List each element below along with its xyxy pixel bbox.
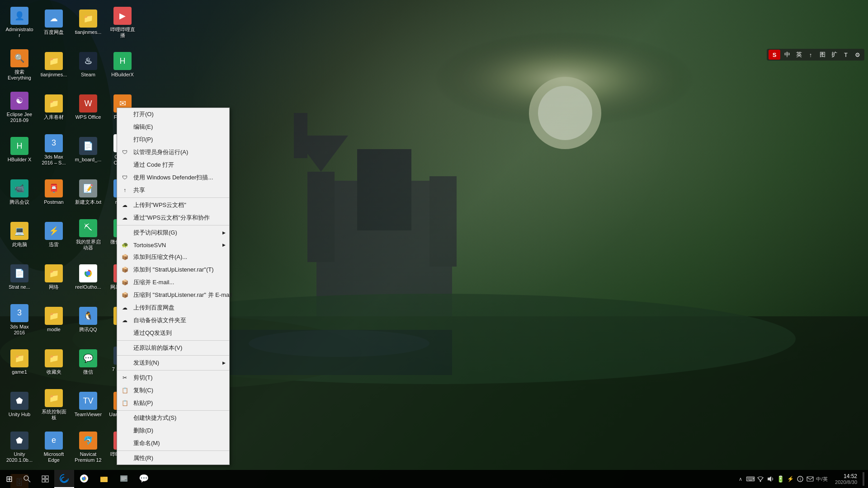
ctx-item-paste[interactable]: 📋粘贴(P) [117,397,229,409]
ctx-item-compress-email2[interactable]: 📦压缩到 "StratUpListener.rar" 并 E-mail [117,289,229,301]
taskbar-search-button[interactable] [18,470,36,488]
desktop-icon-modle[interactable]: 📁modle [38,301,70,339]
taskbar-app-wechat[interactable]: 💬 [134,470,154,488]
ctx-label-tortoisesvn: TortoiseSVN [133,242,166,249]
desktop-icon-myworld[interactable]: ⛏我的世界启动器 [72,216,104,254]
desktop-icon-baidu-maps[interactable]: ☁百度网盘 [38,4,70,42]
ctx-item-run-as-admin[interactable]: 🛡以管理员身份运行(A) [117,146,229,159]
desktop-icon-shoudian[interactable]: 📁收藏夹 [38,343,70,381]
ctx-item-upload-baidu[interactable]: ☁上传到百度网盘 [117,301,229,314]
ctx-item-compress-email[interactable]: 📦压缩并 E-mail... [117,276,229,289]
ctx-item-cut[interactable]: ✂剪切(T) [117,371,229,384]
ctx-item-edit[interactable]: 编辑(E) [117,121,229,133]
ctx-item-auto-backup[interactable]: ☁自动备份该文件夹至 [117,314,229,327]
desktop-icon-ms-edge[interactable]: eMicrosoft Edge [38,428,70,466]
ctx-separator-sep6 [117,410,229,411]
desktop-icon-local-disk[interactable]: 💻此电脑 [4,216,35,254]
svg-point-22 [24,476,28,480]
desktop-icon-hbuilder-x[interactable]: HHBuilder X [4,131,35,169]
sougou-item-4[interactable]: 扩 [829,50,839,60]
desktop-icon-teamviewer[interactable]: TVTeamViewer [72,386,104,424]
ctx-item-rename[interactable]: 重命名(M) [117,437,229,450]
ctx-item-open[interactable]: 打开(O) [117,108,229,121]
tray-language[interactable]: 中/英 [816,474,828,483]
desktop-icon-hbuilderx[interactable]: HHBuilderX [107,46,138,84]
ctx-icon-cut: ✂ [121,374,129,382]
sougou-item-0[interactable]: 中 [782,50,792,60]
desktop-icon-administrator[interactable]: 👤Administrator [4,4,35,42]
desktop-icon-strat-ne[interactable]: 📄Strat ne... [4,258,35,296]
svg-rect-24 [42,476,45,479]
desktop-icon-new-text[interactable]: 📝新建文本.txt [72,174,104,211]
desktop-icon-reeloutho[interactable]: reelOutho... [72,258,104,296]
ctx-item-copy[interactable]: 📋复制(C) [117,384,229,397]
desktop-icon-everything[interactable]: 🔍搜索Everything [4,46,35,84]
desktop-icon-archive[interactable]: 📁入库卷材 [38,89,70,127]
desktop-icon-live-direct[interactable]: ▶哔哩哔哩直播 [107,4,138,42]
ctx-item-create-shortcut[interactable]: 创建快捷方式(S) [117,412,229,424]
desktop-icon-wechat[interactable]: 💬微信 [72,343,104,381]
tray-battery[interactable]: 🔋 [776,474,785,483]
ctx-item-send-to[interactable]: 发送到(N) [117,357,229,369]
ctx-label-send-to: 发送到(N) [133,359,159,367]
ctx-item-share[interactable]: ↑共享 [117,184,229,197]
svg-point-2 [538,86,592,140]
desktop-icon-3dsmax2016[interactable]: 33ds Max 2016 [4,301,35,339]
taskbar-app-explorer[interactable] [94,470,114,488]
ctx-item-open-with-code[interactable]: 通过 Code 打开 [117,159,229,171]
ctx-item-print[interactable]: 打印(P) [117,133,229,146]
ctx-item-upload-wps-cloud[interactable]: ☁上传到"WPS云文档" [117,199,229,211]
ctx-item-grant-access[interactable]: 授予访问权限(G) [117,226,229,239]
desktop-icon-qqq[interactable]: 🐧腾讯QQ [72,301,104,339]
desktop-icon-3dsmax2016s[interactable]: 33ds Max 2016 – S... [38,131,70,169]
ctx-item-properties[interactable]: 属性(R) [117,452,229,465]
sougou-item-3[interactable]: 图 [817,50,827,60]
ctx-item-tortoisesvn[interactable]: 🐢TortoiseSVN [117,239,229,251]
tray-show-hidden[interactable]: ∧ [736,474,745,483]
taskbar-app-files[interactable] [114,470,134,488]
ctx-item-send-qq[interactable]: 通过QQ发送到 [117,327,229,339]
desktop-icon-unity-hub[interactable]: ⬟Unity Hub [4,386,35,424]
tray-network[interactable] [756,474,765,483]
ctx-item-add-compress[interactable]: 📦添加到压缩文件(A)... [117,251,229,263]
taskbar-app-edge[interactable] [54,470,74,488]
desktop-icon-steam[interactable]: ♨Steam [72,46,104,84]
desktop-icon-network[interactable]: 📁网络 [38,258,70,296]
desktop-icon-wps[interactable]: WWPS Office [72,89,104,127]
tray-msg[interactable] [806,474,815,483]
system-clock[interactable]: 14:52 2020/8/30 [829,470,861,488]
desktop-icon-postman[interactable]: 📮Postman [38,174,70,211]
sougou-item-2[interactable]: ↑ [806,50,816,60]
sougou-item-5[interactable]: T [841,50,851,60]
sougou-logo[interactable]: S [769,50,780,60]
show-desktop-button[interactable] [863,472,864,486]
sougou-item-1[interactable]: 英 [794,50,804,60]
tray-bluetooth[interactable]: ⚡ [786,474,795,483]
ctx-label-delete: 删除(D) [133,427,153,435]
desktop-icon-maps[interactable]: ⚡迅雷 [38,216,70,254]
desktop-icon-navigcat[interactable]: 🐬Navicat Premium 12 [72,428,104,466]
tray-volume[interactable] [766,474,775,483]
ctx-item-restore[interactable]: 还原以前的版本(V) [117,342,229,354]
desktop-icons: 👤Administrator☁百度网盘📁tianjinmes...▶哔哩哔哩直播… [0,0,136,470]
svg-marker-36 [768,476,771,482]
tray-keyboard[interactable]: ⌨ [746,474,755,483]
ctx-item-add-rar-t[interactable]: 📦添加到 "StratUpListener.rar"(T) [117,263,229,276]
ctx-item-share-wps-cloud[interactable]: ☁通过"WPS云文档"分享和协作 [117,211,229,224]
ctx-item-defender-scan[interactable]: 🛡使用 Windows Defender扫描... [117,171,229,184]
start-button[interactable]: ⊞ [0,470,18,488]
ctx-item-delete[interactable]: 删除(D) [117,424,229,437]
desktop-icon-eclipse[interactable]: ☯Eclipse Jee 2018-09 [4,89,35,127]
sougou-item-6[interactable]: ⚙ [853,50,863,60]
desktop-icon-control-panel[interactable]: 📁系统控制面板 [38,386,70,424]
desktop-icon-unity2020[interactable]: ⬟Unity 2020.1.0b... [4,428,35,466]
taskbar-app-chrome[interactable] [74,470,94,488]
task-view-button[interactable] [36,470,54,488]
svg-point-21 [86,271,90,276]
desktop-icon-tianjinmess2[interactable]: 📁tianjinmes... [38,46,70,84]
desktop-icon-tianjinmess[interactable]: 📁tianjinmes... [72,4,104,42]
desktop-icon-game1[interactable]: 📁game1 [4,343,35,381]
desktop-icon-m-board[interactable]: 📄m_board_... [72,131,104,169]
tray-update[interactable]: i [796,474,805,483]
desktop-icon-tencent-meeting[interactable]: 📹腾讯会议 [4,174,35,211]
